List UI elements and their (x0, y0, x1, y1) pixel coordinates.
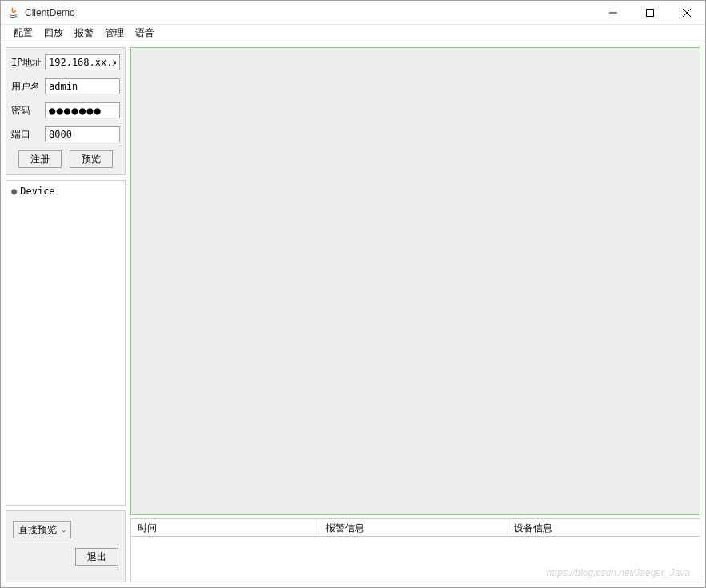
menu-alarm[interactable]: 报警 (71, 25, 97, 42)
column-device[interactable]: 设备信息 (507, 519, 700, 537)
bottom-left-panel: 直接预览 ⌵ 退出 (6, 510, 126, 582)
menu-config[interactable]: 配置 (10, 25, 36, 42)
window-controls (595, 1, 705, 25)
preview-mode-select[interactable]: 直接预览 ⌵ (13, 521, 71, 538)
video-preview-area (130, 47, 700, 515)
left-panel: IP地址 用户名 密码 端口 注册 预览 (6, 47, 126, 582)
menubar: 配置 回放 报警 管理 语音 (1, 25, 705, 42)
menu-voice[interactable]: 语音 (132, 25, 158, 42)
column-alarm[interactable]: 报警信息 (319, 519, 507, 537)
ip-label: IP地址 (11, 56, 45, 70)
menu-playback[interactable]: 回放 (41, 25, 66, 42)
main-content: IP地址 用户名 密码 端口 注册 预览 (1, 42, 705, 587)
titlebar: ClientDemo (1, 1, 705, 25)
chevron-down-icon: ⌵ (62, 526, 66, 534)
username-input[interactable] (45, 78, 120, 94)
table-header: 时间 报警信息 设备信息 (131, 519, 700, 537)
register-button[interactable]: 注册 (18, 150, 62, 168)
tree-bullet-icon: ● (11, 186, 17, 197)
preview-mode-label: 直接预览 (18, 523, 57, 537)
password-label: 密码 (11, 104, 45, 118)
tree-root-label: Device (20, 186, 54, 197)
port-input[interactable] (45, 126, 120, 142)
app-window: ClientDemo 配置 回放 报警 管理 语音 IP地址 (0, 0, 706, 588)
close-button[interactable] (668, 1, 705, 25)
tree-root-item[interactable]: ● Device (11, 186, 120, 197)
username-label: 用户名 (11, 80, 45, 94)
ip-input[interactable] (45, 54, 120, 70)
port-label: 端口 (11, 128, 45, 142)
menu-manage[interactable]: 管理 (102, 25, 127, 42)
right-panel: 时间 报警信息 设备信息 (130, 47, 700, 582)
window-title: ClientDemo (25, 7, 595, 18)
maximize-button[interactable] (632, 1, 668, 25)
login-config-box: IP地址 用户名 密码 端口 注册 预览 (6, 47, 126, 175)
password-input[interactable] (45, 102, 120, 118)
alarm-table: 时间 报警信息 设备信息 (130, 518, 700, 582)
preview-button[interactable]: 预览 (70, 150, 113, 168)
minimize-button[interactable] (595, 1, 632, 25)
exit-button[interactable]: 退出 (75, 548, 118, 566)
device-tree[interactable]: ● Device (6, 180, 126, 506)
svg-rect-1 (647, 9, 654, 16)
column-time[interactable]: 时间 (131, 519, 319, 537)
java-icon (7, 6, 20, 19)
